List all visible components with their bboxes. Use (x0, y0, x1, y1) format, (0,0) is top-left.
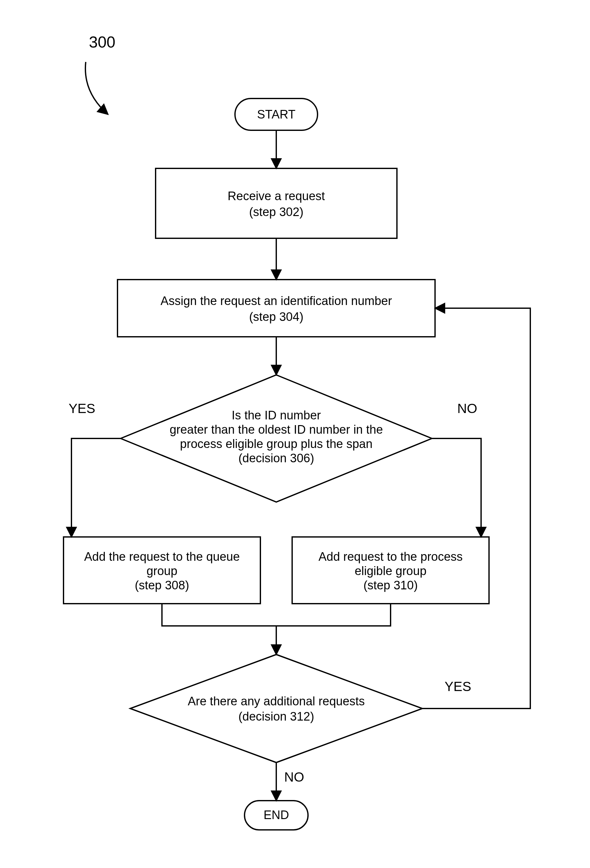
decision-312-yes-label: YES (444, 679, 471, 694)
decision-306-yes-label: YES (69, 401, 95, 416)
edge-310-merge (276, 604, 391, 626)
step-310-line2: eligible group (355, 564, 427, 577)
decision-312-line2: (decision 312) (238, 710, 314, 723)
step-304-box (118, 280, 435, 337)
start-label: START (257, 108, 295, 121)
step-302-box (156, 168, 397, 238)
step-302-line2: (step 302) (249, 205, 303, 218)
end-label: END (263, 808, 289, 822)
step-302-line1: Receive a request (228, 189, 325, 203)
decision-306-line1: Is the ID number (232, 409, 321, 422)
step-304-line2: (step 304) (249, 310, 303, 323)
decision-312-line1: Are there any additional requests (188, 695, 365, 708)
decision-306-no-label: NO (457, 401, 477, 416)
step-310-line1: Add request to the process (318, 550, 463, 563)
figure-pointer-arrow (85, 62, 108, 114)
decision-306-line3: process eligible group plus the span (180, 437, 372, 450)
flowchart-canvas: 300 START Receive a request (step 302) A… (0, 0, 590, 868)
decision-312-no-label: NO (284, 769, 304, 784)
step-308-line3: (step 308) (135, 579, 189, 592)
edge-306-308 (71, 438, 121, 537)
edge-306-310 (432, 438, 481, 537)
step-310-line3: (step 310) (363, 579, 418, 592)
figure-reference: 300 (89, 33, 115, 51)
decision-306-line4: (decision 306) (238, 452, 314, 465)
step-308-line1: Add the request to the queue (84, 550, 240, 563)
decision-306-line2: greater than the oldest ID number in the (169, 423, 383, 436)
step-308-line2: group (146, 564, 177, 577)
step-304-line1: Assign the request an identification num… (161, 294, 392, 307)
edge-312-loop (422, 308, 530, 709)
edge-308-merge (162, 604, 276, 626)
decision-312-diamond (130, 654, 422, 763)
